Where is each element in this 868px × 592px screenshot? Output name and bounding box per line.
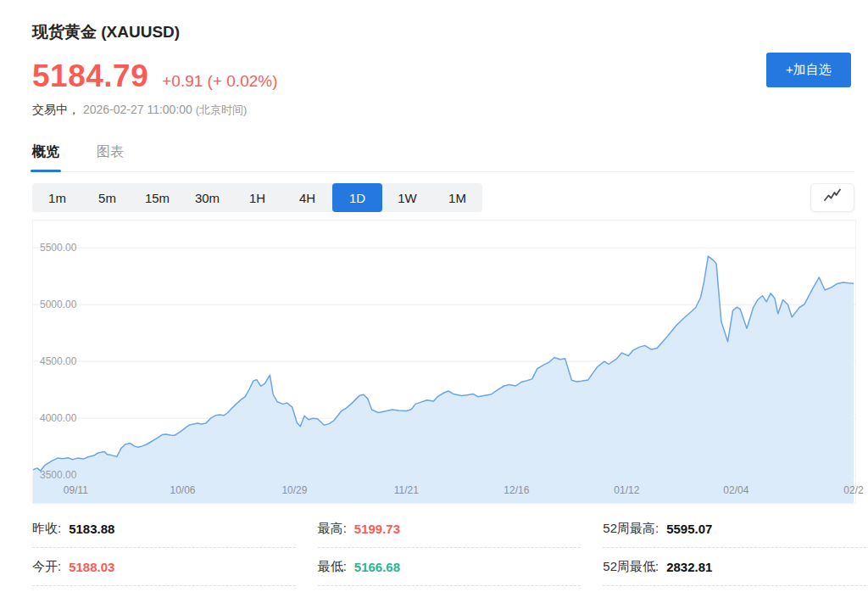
x-axis-label: 09/11: [64, 483, 88, 497]
stats-column-2: 最高:5199.73最低:5166.68: [318, 510, 581, 586]
quote-page: 现货黄金 (XAUUSD) +加自选 5184.79 +0.91 (+ 0.02…: [0, 0, 868, 586]
timeframe-1w[interactable]: 1W: [382, 183, 432, 212]
stat-row: 最低:5166.68: [318, 548, 581, 586]
timeframe-1h[interactable]: 1H: [232, 183, 282, 212]
price-row: 5184.79 +0.91 (+ 0.02%): [32, 59, 868, 94]
stat-label: 52周最低:: [603, 559, 659, 575]
timeframe-4h[interactable]: 4H: [282, 183, 332, 212]
timeframe-15m[interactable]: 15m: [132, 183, 182, 212]
y-axis-label: 5500.00: [40, 241, 76, 254]
stat-row: 52周最低:2832.81: [603, 548, 866, 586]
stat-label: 今开:: [32, 559, 61, 575]
stats-column-1: 昨收:5183.88今开:5188.03: [32, 510, 296, 586]
last-price: 5184.79: [32, 59, 148, 94]
y-axis-label: 4000.00: [40, 411, 76, 425]
stat-value: 5199.73: [354, 522, 400, 536]
stat-value: 5595.07: [666, 522, 712, 536]
x-axis-label: 01/12: [614, 483, 639, 497]
stat-label: 昨收:: [32, 521, 61, 537]
tab-overview[interactable]: 概览: [32, 143, 59, 171]
line-chart-icon: [822, 187, 843, 208]
timeframe-bar: 1m5m15m30m1H4H1D1W1M: [32, 183, 482, 212]
stat-value: 5166.68: [354, 560, 400, 574]
add-watchlist-button[interactable]: +加自选: [766, 53, 851, 87]
stat-row: 52周最高:5595.07: [603, 510, 866, 548]
y-axis-label: 3500.00: [40, 468, 76, 482]
stat-label: 最低:: [318, 559, 347, 575]
tabs: 概览图表: [32, 143, 854, 172]
x-axis-label: 10/29: [281, 483, 307, 497]
timeframe-1m-month[interactable]: 1M: [432, 183, 482, 212]
stat-row: 昨收:5183.88: [32, 510, 296, 548]
timeframe-1d[interactable]: 1D: [332, 183, 382, 212]
x-axis-label: 12/16: [504, 483, 529, 497]
x-axis-label: 02/04: [723, 483, 748, 497]
chart-type-button[interactable]: [810, 183, 854, 212]
timeframe-5m[interactable]: 5m: [82, 183, 132, 212]
stat-label: 52周最高:: [603, 521, 659, 537]
stat-row: 最高:5199.73: [318, 510, 581, 548]
stats-column-3: 52周最高:5595.0752周最低:2832.81: [603, 510, 866, 586]
y-axis-label: 5000.00: [40, 298, 76, 311]
x-axis-label: 10/06: [170, 483, 196, 497]
timeframe-row: 1m5m15m30m1H4H1D1W1M: [32, 183, 854, 212]
tab-chart[interactable]: 图表: [97, 143, 124, 171]
stat-row: 今开:5188.03: [32, 548, 296, 586]
status-timestamp: 2026-02-27 11:00:00: [83, 103, 192, 116]
chart-canvas: [33, 221, 855, 503]
price-change: +0.91 (+ 0.02%): [162, 72, 277, 91]
status-timezone: (北京时间): [196, 103, 248, 116]
stat-label: 最高:: [318, 521, 347, 537]
x-axis-label: 11/21: [394, 483, 419, 497]
area-fill: [33, 256, 854, 503]
stat-value: 5183.88: [69, 522, 114, 536]
page-title: 现货黄金 (XAUUSD): [32, 0, 868, 43]
trading-status: 交易中， 2026-02-27 11:00:00 (北京时间): [32, 103, 868, 118]
quote-stats: 昨收:5183.88今开:5188.03最高:5199.73最低:5166.68…: [32, 510, 866, 586]
x-axis-label: 02/2: [843, 483, 863, 497]
status-label: 交易中，: [32, 103, 80, 116]
stat-value: 5188.03: [69, 560, 114, 574]
price-chart[interactable]: 5500.005000.004500.004000.003500.0009/11…: [32, 220, 856, 504]
y-axis-label: 4500.00: [40, 355, 76, 368]
timeframe-30m[interactable]: 30m: [182, 183, 232, 212]
timeframe-1m[interactable]: 1m: [32, 183, 82, 212]
stat-value: 2832.81: [666, 560, 712, 574]
